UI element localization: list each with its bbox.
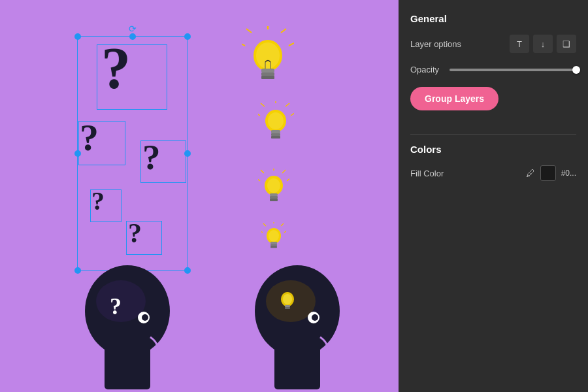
svg-point-18 — [265, 110, 286, 132]
head-left: ? — [65, 259, 189, 392]
handle-tr[interactable] — [184, 33, 191, 40]
opacity-track[interactable] — [449, 69, 576, 71]
svg-line-37 — [261, 231, 263, 233]
layer-options-icons: T ↓ ❑ — [510, 35, 576, 53]
svg-line-4 — [242, 43, 245, 46]
qmark-small-left: ? — [91, 188, 105, 214]
svg-rect-21 — [271, 133, 280, 136]
svg-point-6 — [253, 40, 282, 71]
svg-point-39 — [269, 230, 279, 242]
handle-tl[interactable] — [74, 33, 81, 40]
svg-text:?: ? — [110, 293, 122, 319]
bulb-small-1 — [258, 169, 289, 210]
svg-rect-22 — [271, 136, 280, 139]
svg-point-57 — [312, 314, 318, 321]
svg-line-25 — [287, 178, 289, 181]
copy-icon-btn[interactable]: ❑ — [557, 35, 576, 53]
svg-point-48 — [142, 314, 148, 321]
svg-point-28 — [265, 176, 283, 195]
colors-section: Colors Fill Color 🖊 #0... — [410, 144, 576, 181]
svg-line-2 — [289, 43, 294, 46]
text-icon-btn[interactable]: T — [510, 35, 529, 53]
copy-icon: ❑ — [563, 39, 570, 49]
svg-point-38 — [267, 228, 281, 244]
svg-rect-54 — [285, 305, 290, 307]
download-icon: ↓ — [541, 39, 546, 49]
group-layers-button[interactable]: Group Layers — [410, 87, 498, 110]
fill-color-label: Fill Color — [410, 169, 444, 178]
svg-rect-55 — [285, 307, 290, 309]
fill-hex-value: #0... — [561, 169, 576, 178]
svg-rect-8 — [261, 69, 274, 73]
canvas-area[interactable]: ? ? ? ? ? ⟳ — [0, 0, 399, 392]
opacity-row: Opacity — [410, 63, 576, 75]
fill-swatch-group: 🖊 #0... — [526, 165, 576, 181]
qmark-large: ? — [101, 39, 131, 98]
svg-rect-10 — [261, 76, 274, 79]
svg-line-16 — [261, 103, 265, 106]
svg-rect-41 — [270, 244, 277, 246]
svg-rect-50 — [274, 347, 320, 389]
svg-line-1 — [281, 29, 286, 33]
svg-rect-31 — [270, 196, 278, 199]
svg-line-26 — [261, 170, 264, 173]
opacity-label: Opacity — [410, 65, 439, 74]
svg-point-53 — [283, 294, 292, 304]
svg-rect-9 — [261, 73, 274, 76]
fill-color-swatch[interactable] — [540, 165, 556, 181]
svg-line-15 — [291, 113, 294, 116]
layer-options-row: Layer options T ↓ ❑ — [410, 35, 576, 53]
svg-rect-40 — [270, 242, 277, 244]
svg-line-36 — [263, 223, 266, 226]
svg-point-29 — [267, 178, 280, 193]
rotate-handle: ⟳ — [129, 24, 137, 34]
svg-line-24 — [282, 170, 286, 173]
svg-line-14 — [286, 103, 289, 106]
svg-line-34 — [281, 223, 284, 226]
opacity-slider-container — [449, 63, 576, 75]
qmark-small-right: ? — [128, 220, 142, 247]
svg-rect-32 — [270, 199, 278, 201]
divider-1 — [410, 134, 576, 135]
bulb-medium — [258, 101, 294, 150]
svg-rect-44 — [105, 347, 150, 389]
qmark-mid-left: ? — [80, 119, 99, 157]
bulb-tiny — [261, 222, 286, 257]
svg-line-27 — [258, 178, 260, 181]
fill-color-row: Fill Color 🖊 #0... — [410, 165, 576, 181]
svg-rect-42 — [270, 246, 277, 248]
layer-options-label: Layer options — [410, 39, 461, 49]
qmark-mid-right: ? — [142, 139, 161, 175]
eyedropper-icon[interactable]: 🖊 — [526, 168, 535, 178]
svg-rect-30 — [270, 193, 278, 196]
right-panel: General Layer options T ↓ ❑ Opacity Grou… — [399, 0, 588, 392]
download-icon-btn[interactable]: ↓ — [533, 35, 553, 53]
svg-rect-20 — [271, 130, 280, 133]
svg-line-17 — [258, 113, 260, 116]
bulb-large — [242, 26, 294, 94]
svg-line-35 — [284, 231, 286, 233]
svg-point-7 — [256, 42, 280, 69]
svg-point-19 — [268, 112, 284, 129]
opacity-thumb[interactable] — [572, 66, 580, 74]
text-icon: T — [517, 39, 522, 49]
svg-line-3 — [246, 29, 252, 33]
head-right — [235, 259, 359, 392]
general-title: General — [410, 13, 576, 24]
colors-title: Colors — [410, 144, 576, 155]
